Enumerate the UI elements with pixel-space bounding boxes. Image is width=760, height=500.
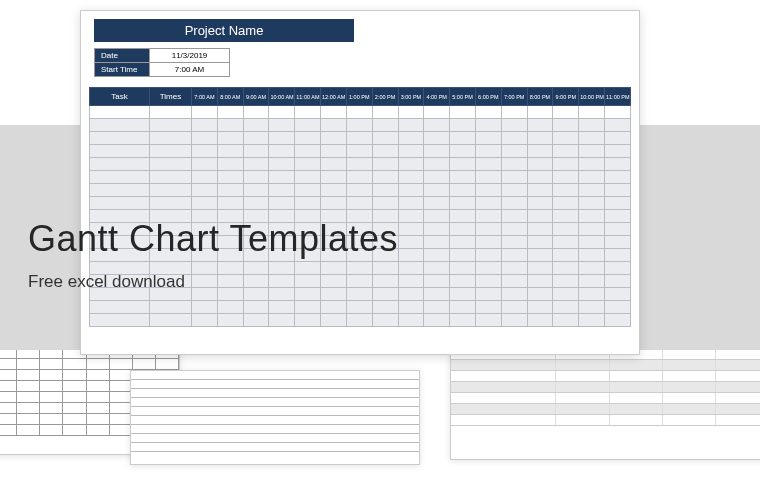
date-label: Date: [95, 49, 150, 63]
time-slot: 11:00 PM: [605, 88, 631, 106]
gantt-row: [90, 314, 631, 327]
gantt-row: [90, 145, 631, 158]
bg-template-sheet-mid: [130, 370, 420, 465]
page-title: Gantt Chart Templates: [28, 218, 398, 260]
page-subtitle: Free excel download: [28, 272, 398, 292]
gantt-row: [90, 132, 631, 145]
time-slot: 7:00 PM: [501, 88, 527, 106]
project-title: Project Name: [94, 19, 354, 42]
time-slot: 6:00 PM: [475, 88, 501, 106]
time-slot: 9:00 AM: [243, 88, 269, 106]
gantt-row: [90, 184, 631, 197]
time-slot: 9:00 PM: [553, 88, 579, 106]
time-slot: 3:00 PM: [398, 88, 424, 106]
gantt-row: [90, 158, 631, 171]
time-slot: 2:00 PM: [372, 88, 398, 106]
start-time-label: Start Time: [95, 63, 150, 77]
date-value: 11/3/2019: [150, 49, 230, 63]
time-slot: 10:00 PM: [579, 88, 605, 106]
main-gantt-template: Project Name Date 11/3/2019 Start Time 7…: [80, 10, 640, 355]
gantt-row: [90, 197, 631, 210]
time-slot: 1:00 PM: [346, 88, 372, 106]
time-slot: 11:00 AM: [295, 88, 321, 106]
project-info-table: Date 11/3/2019 Start Time 7:00 AM: [94, 48, 230, 77]
start-time-value: 7:00 AM: [150, 63, 230, 77]
time-slot: 12:00 AM: [321, 88, 347, 106]
time-slot: 8:00 AM: [217, 88, 243, 106]
time-slot: 4:00 PM: [424, 88, 450, 106]
gantt-row: [90, 119, 631, 132]
time-slot: 10:00 AM: [269, 88, 295, 106]
time-slot: 7:00 AM: [192, 88, 218, 106]
overlay-text-block: Gantt Chart Templates Free excel downloa…: [28, 218, 398, 292]
times-header: Times: [150, 88, 192, 106]
time-slot: 5:00 PM: [450, 88, 476, 106]
time-slot: 8:00 PM: [527, 88, 553, 106]
gantt-row: [90, 171, 631, 184]
gantt-row: [90, 106, 631, 119]
gantt-row: [90, 301, 631, 314]
task-header: Task: [90, 88, 150, 106]
